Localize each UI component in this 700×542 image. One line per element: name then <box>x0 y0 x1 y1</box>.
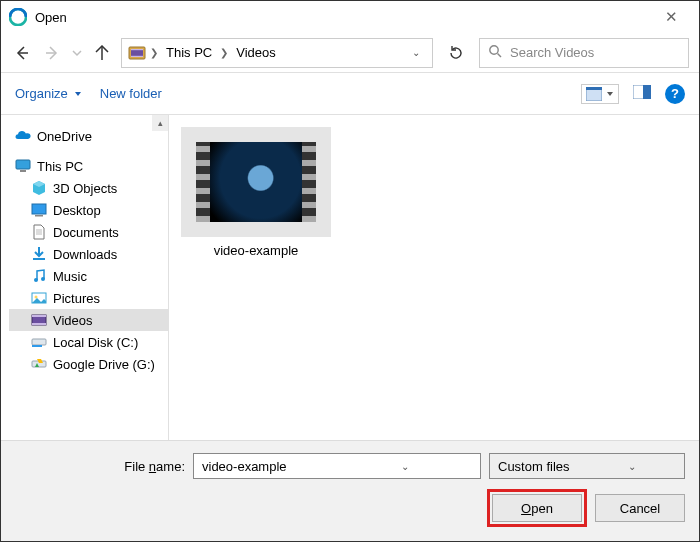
tree-localdisk[interactable]: Local Disk (C:) <box>9 331 168 353</box>
svg-line-9 <box>498 54 502 58</box>
open-button-highlight: Open <box>487 489 587 527</box>
thispc-icon <box>15 158 31 174</box>
tree-label: 3D Objects <box>53 181 117 196</box>
tree-label: Downloads <box>53 247 117 262</box>
filename-dropdown[interactable]: ⌄ <box>337 461 472 472</box>
view-options-button[interactable] <box>581 84 619 104</box>
tree-label: Local Disk (C:) <box>53 335 138 350</box>
tree-label: Google Drive (G:) <box>53 357 155 372</box>
tree-label: This PC <box>37 159 83 174</box>
tree-pictures[interactable]: Pictures <box>9 287 168 309</box>
tree-music[interactable]: Music <box>9 265 168 287</box>
svg-rect-15 <box>20 170 26 172</box>
svg-rect-30 <box>32 345 42 347</box>
tree: OneDrive This PC 3D Objects Desktop <box>1 115 168 375</box>
tree-3dobjects[interactable]: 3D Objects <box>9 177 168 199</box>
forward-button[interactable] <box>41 42 63 64</box>
window-title: Open <box>35 10 651 25</box>
tree-onedrive[interactable]: OneDrive <box>9 125 168 147</box>
footer: File name: video-example ⌄ Custom files … <box>1 440 699 541</box>
videos-icon <box>31 312 47 328</box>
preview-pane-button[interactable] <box>633 85 651 102</box>
file-type-filter[interactable]: Custom files ⌄ <box>489 453 685 479</box>
chevron-right-icon[interactable]: ❯ <box>220 47 228 58</box>
body: ▴ OneDrive This PC 3D Objects Deskto <box>1 115 699 440</box>
cancel-button[interactable]: Cancel <box>595 494 685 522</box>
svg-rect-28 <box>32 323 46 325</box>
gdrive-icon <box>31 356 47 372</box>
pictures-icon <box>31 290 47 306</box>
svg-rect-13 <box>643 85 651 99</box>
tree-label: Desktop <box>53 203 101 218</box>
desktop-icon <box>31 202 47 218</box>
tree-label: Pictures <box>53 291 100 306</box>
tree-label: Videos <box>53 313 93 328</box>
organize-menu[interactable]: Organize <box>15 86 82 101</box>
breadcrumb-dropdown[interactable]: ⌄ <box>406 47 426 58</box>
titlebar: Open ✕ <box>1 1 699 33</box>
svg-point-22 <box>34 278 38 282</box>
tree-label: OneDrive <box>37 129 92 144</box>
filename-combobox[interactable]: video-example ⌄ <box>193 453 481 479</box>
search-box[interactable] <box>479 38 689 68</box>
breadcrumb[interactable]: ❯ This PC ❯ Videos ⌄ <box>121 38 433 68</box>
edge-app-icon <box>9 8 27 26</box>
svg-rect-14 <box>16 160 30 169</box>
back-button[interactable] <box>11 42 33 64</box>
svg-rect-27 <box>32 315 46 317</box>
videos-folder-icon <box>128 44 146 62</box>
filter-dropdown[interactable]: ⌄ <box>587 461 676 472</box>
search-icon <box>488 44 502 61</box>
filename-label: File name: <box>15 459 185 474</box>
search-input[interactable] <box>510 45 680 60</box>
svg-point-25 <box>35 296 38 299</box>
file-item[interactable]: video-example <box>181 127 331 258</box>
breadcrumb-videos[interactable]: Videos <box>232 45 280 60</box>
documents-icon <box>31 224 47 240</box>
close-button[interactable]: ✕ <box>651 8 691 26</box>
tree-label: Documents <box>53 225 119 240</box>
chevron-right-icon[interactable]: ❯ <box>150 47 158 58</box>
svg-rect-6 <box>131 49 143 50</box>
svg-point-8 <box>490 46 498 54</box>
svg-rect-5 <box>131 49 143 57</box>
tree-documents[interactable]: Documents <box>9 221 168 243</box>
breadcrumb-thispc[interactable]: This PC <box>162 45 216 60</box>
refresh-button[interactable] <box>441 38 471 68</box>
tree-label: Music <box>53 269 87 284</box>
svg-rect-11 <box>586 87 602 90</box>
tree-desktop[interactable]: Desktop <box>9 199 168 221</box>
help-button[interactable]: ? <box>665 84 685 104</box>
onedrive-icon <box>15 128 31 144</box>
open-dialog: Open ✕ ❯ This PC ❯ Videos ⌄ <box>0 0 700 542</box>
svg-point-23 <box>41 277 45 281</box>
svg-rect-17 <box>35 215 43 217</box>
tree-googledrive[interactable]: Google Drive (G:) <box>9 353 168 375</box>
up-button[interactable] <box>91 42 113 64</box>
organize-label: Organize <box>15 86 68 101</box>
tree-thispc[interactable]: This PC <box>9 155 168 177</box>
filename-value[interactable]: video-example <box>202 459 337 474</box>
new-folder-button[interactable]: New folder <box>100 86 162 101</box>
recent-locations-button[interactable] <box>71 42 83 64</box>
video-thumbnail <box>181 127 331 237</box>
tree-videos[interactable]: Videos <box>9 309 168 331</box>
scroll-up-arrow[interactable]: ▴ <box>152 115 168 131</box>
file-type-label: Custom files <box>498 459 587 474</box>
navbar: ❯ This PC ❯ Videos ⌄ <box>1 33 699 73</box>
open-button[interactable]: Open <box>492 494 582 522</box>
3dobjects-icon <box>31 180 47 196</box>
downloads-icon <box>31 246 47 262</box>
chevron-down-icon <box>606 90 614 98</box>
file-list[interactable]: video-example <box>169 115 699 440</box>
navigation-pane: ▴ OneDrive This PC 3D Objects Deskto <box>1 115 169 440</box>
chevron-down-icon <box>74 90 82 98</box>
svg-rect-7 <box>131 55 143 56</box>
tree-downloads[interactable]: Downloads <box>9 243 168 265</box>
music-icon <box>31 268 47 284</box>
file-name-label: video-example <box>181 237 331 258</box>
svg-rect-29 <box>32 339 46 345</box>
svg-rect-16 <box>32 204 46 214</box>
command-bar: Organize New folder ? <box>1 73 699 115</box>
disk-icon <box>31 334 47 350</box>
